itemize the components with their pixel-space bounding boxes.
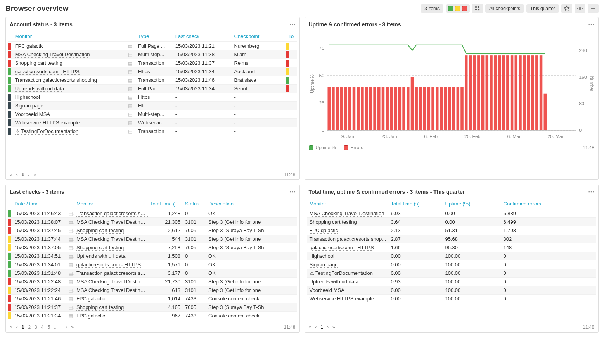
pager-next[interactable]: › <box>327 324 329 330</box>
dashboard-icon[interactable]: ▤ <box>66 243 74 252</box>
monitor-link[interactable]: Shopping cart testing <box>76 245 124 251</box>
table-row[interactable]: galacticresorts.com - HTTPS▤Https15/03/2… <box>8 67 297 76</box>
monitor-link[interactable]: Webservice HTTPS example <box>310 296 374 302</box>
table-row[interactable]: 15/03/2023 11:21:46▤FPC galactic1,014743… <box>8 295 297 303</box>
monitor-link[interactable]: Transaction galacticresorts shop... <box>76 210 148 217</box>
table-row[interactable]: galacticresorts.com - HTTPS1.6695.80148 <box>307 243 596 252</box>
monitor-link[interactable]: MSA Checking Travel Destination <box>76 287 148 293</box>
col-status[interactable]: Status <box>183 198 206 209</box>
pager-prev[interactable]: ‹ <box>16 172 18 177</box>
dashboard-icon[interactable]: ▤ <box>66 278 74 286</box>
monitor-link[interactable]: MSA Checking Travel Destination <box>76 279 148 285</box>
dashboard-icon[interactable]: ▤ <box>126 127 136 136</box>
dashboard-icon[interactable]: ▤ <box>126 93 136 102</box>
pager-prev[interactable]: ‹ <box>16 324 18 330</box>
monitor-link[interactable]: Uptrends with url data <box>310 279 358 285</box>
table-row[interactable]: MSA Checking Travel Destination▤Multi-st… <box>8 50 297 59</box>
col-lastcheck[interactable]: Last check <box>173 31 232 42</box>
monitor-link[interactable]: ⚠ TestingForDocumentation <box>15 128 79 135</box>
table-row[interactable]: Uptrends with url data▤Full Page ...15/0… <box>8 85 297 93</box>
pager-page[interactable]: 1 <box>320 324 323 330</box>
pager-last[interactable]: » <box>33 172 36 177</box>
monitor-link[interactable]: FPC galactic <box>310 228 338 234</box>
status-filter[interactable] <box>446 4 470 13</box>
table-row[interactable]: 15/03/2023 11:22:48▤MSA Checking Travel … <box>8 278 297 286</box>
table-row[interactable]: Highschool▤Https-- <box>8 93 297 102</box>
monitor-link[interactable]: FPC galactic <box>76 296 105 302</box>
col-totaltime[interactable]: Total time (ms) <box>148 198 183 209</box>
dashboard-icon[interactable]: ▤ <box>126 59 136 67</box>
monitor-link[interactable]: Transaction galacticresorts shop... <box>310 236 386 242</box>
table-row[interactable]: Transaction galacticresorts shopping▤Tra… <box>8 76 297 85</box>
dashboard-icon[interactable]: ▤ <box>126 67 136 76</box>
dashboard-icon[interactable]: ▤ <box>66 312 74 320</box>
monitor-link[interactable]: Sign-in page <box>310 262 338 268</box>
checkpoints-badge[interactable]: All checkpoints <box>485 4 524 13</box>
table-row[interactable]: 15/03/2023 11:34:01▤galacticresorts.com … <box>8 260 297 269</box>
col-type[interactable]: Type <box>136 31 173 42</box>
dashboard-icon[interactable]: ▤ <box>66 252 74 260</box>
pager-first[interactable]: « <box>10 324 12 330</box>
period-badge[interactable]: This quarter <box>526 4 559 13</box>
panel-menu-button[interactable] <box>289 21 296 28</box>
table-row[interactable]: FPC galactic2.1351.311,703 <box>307 226 596 235</box>
panel-menu-button[interactable] <box>289 188 296 195</box>
panel-menu-button[interactable] <box>588 188 594 195</box>
col-datetime[interactable]: Date / time <box>12 198 66 209</box>
dashboard-icon[interactable]: ▤ <box>66 235 74 243</box>
pager-page[interactable]: 1 <box>22 324 24 330</box>
monitor-link[interactable]: Shopping cart testing <box>15 60 62 66</box>
table-row[interactable]: 15/03/2023 11:21:37▤Shopping cart testin… <box>8 303 297 312</box>
monitor-link[interactable]: galacticresorts.com - HTTPS <box>76 262 141 268</box>
items-badge[interactable]: 3 items <box>421 4 443 13</box>
monitor-link[interactable]: MSA Checking Travel Destination <box>76 236 148 242</box>
pager-first[interactable]: « <box>309 324 312 330</box>
table-row[interactable]: MSA Checking Travel Destination9.930.006… <box>307 209 596 218</box>
dashboard-icon[interactable]: ▤ <box>126 50 136 59</box>
table-row[interactable]: 15/03/2023 11:37:05▤Shopping cart testin… <box>8 243 297 252</box>
pager-prev[interactable]: ‹ <box>315 324 317 330</box>
table-row[interactable]: ⚠ TestingForDocumentation0.00100.000 <box>307 269 596 278</box>
pager-page[interactable]: ... <box>54 324 58 330</box>
table-row[interactable]: 15/03/2023 11:22:24▤MSA Checking Travel … <box>8 286 297 295</box>
dashboard-icon[interactable]: ▤ <box>66 218 74 226</box>
monitor-link[interactable]: FPC galactic <box>15 43 44 49</box>
pager-page[interactable]: 3 <box>35 324 37 330</box>
monitor-link[interactable]: Transaction galacticresorts shopping <box>15 77 97 83</box>
monitor-link[interactable]: galacticresorts.com - HTTPS <box>15 69 80 75</box>
col-desc[interactable]: Description <box>206 198 297 209</box>
monitor-link[interactable]: Sign-in page <box>15 103 43 109</box>
dashboard-icon[interactable]: ▤ <box>126 76 136 85</box>
dashboard-icon[interactable]: ▤ <box>66 303 74 312</box>
table-row[interactable]: Voorbeeld MSA▤Multi-step...-- <box>8 110 297 119</box>
table-row[interactable]: Voorbeeld MSA0.00100.000 <box>307 286 596 295</box>
table-row[interactable]: 15/03/2023 11:31:48▤Transaction galactic… <box>8 269 297 278</box>
panel-menu-button[interactable] <box>588 21 594 28</box>
table-row[interactable]: Shopping cart testing▤Transaction15/03/2… <box>8 59 297 67</box>
monitor-link[interactable]: FPC galactic <box>76 313 105 319</box>
monitor-link[interactable]: Shopping cart testing <box>310 219 357 225</box>
table-row[interactable]: 15/03/2023 11:46:43▤Transaction galactic… <box>8 209 297 218</box>
pager-next[interactable]: › <box>28 172 29 177</box>
dashboard-icon[interactable]: ▤ <box>66 209 74 218</box>
pager-page[interactable]: 2 <box>28 324 31 330</box>
monitor-link[interactable]: Voorbeeld MSA <box>15 111 50 117</box>
col-totaltime[interactable]: Total time (s) <box>389 198 443 209</box>
table-row[interactable]: Uptrends with url data0.93100.000 <box>307 278 596 286</box>
dashboard-icon[interactable]: ▤ <box>126 102 136 110</box>
monitor-link[interactable]: Voorbeeld MSA <box>310 287 344 293</box>
table-row[interactable]: Webservice HTTPS example▤Webservic...-- <box>8 119 297 127</box>
monitor-link[interactable]: Transaction galacticresorts shop... <box>76 270 148 276</box>
col-monitor[interactable]: Monitor <box>74 198 148 209</box>
menu-button[interactable] <box>588 4 599 13</box>
grid-view-button[interactable] <box>472 4 483 13</box>
table-row[interactable]: Webservice HTTPS example0.00100.000 <box>307 295 596 303</box>
dashboard-icon[interactable]: ▤ <box>66 286 74 295</box>
settings-button[interactable] <box>575 4 585 13</box>
table-row[interactable]: 15/03/2023 11:38:07▤MSA Checking Travel … <box>8 218 297 226</box>
dashboard-icon[interactable]: ▤ <box>126 119 136 127</box>
monitor-link[interactable]: galacticresorts.com - HTTPS <box>310 245 374 251</box>
pager-last[interactable]: » <box>71 324 74 330</box>
monitor-link[interactable]: MSA Checking Travel Destination <box>310 210 384 217</box>
dashboard-icon[interactable]: ▤ <box>126 42 136 50</box>
